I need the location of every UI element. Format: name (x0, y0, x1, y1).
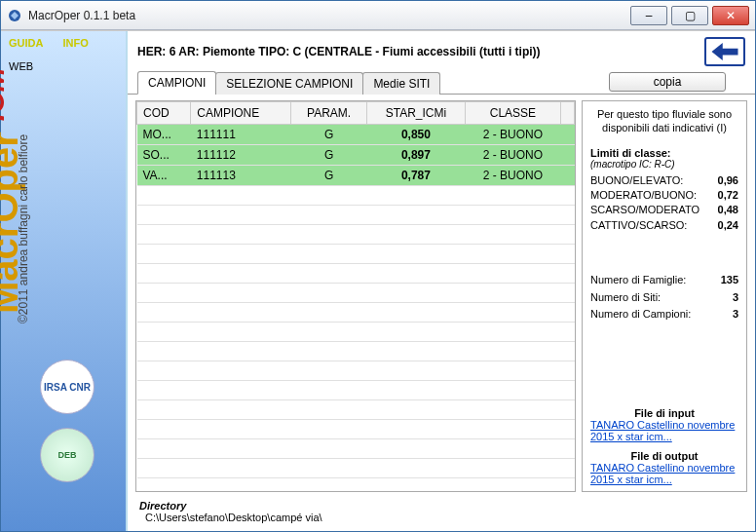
file-output-link[interactable]: TANARO Castellino novembre 2015 x star i… (590, 462, 738, 485)
table-row-empty (137, 186, 575, 206)
data-table-wrap: COD CAMPIONE PARAM. STAR_ICMi CLASSE MO.… (135, 100, 576, 492)
stat-row: Numero di Siti:3 (590, 289, 738, 307)
footer: Directory C:\Users\stefano\Desktop\campé… (128, 496, 755, 531)
cell-param: G (291, 166, 367, 186)
col-classe[interactable]: CLASSE (465, 102, 560, 125)
cell-cod: SO... (137, 145, 191, 166)
limit-value: 0,24 (718, 218, 738, 233)
cell-cod: VA... (137, 166, 191, 186)
table-row-empty (137, 206, 575, 225)
table-row-empty (137, 420, 575, 439)
limit-row: SCARSO/MODERATO0,48 (590, 203, 738, 217)
limit-label: MODERATO/BUONO: (590, 188, 697, 203)
stat-label: Numero di Famiglie: (590, 272, 686, 289)
tab-selezione[interactable]: SELEZIONE CAMPIONI (215, 72, 363, 95)
titlebar: MacrOper 0.1.1 beta – ▢ ✕ (1, 1, 755, 30)
table-row[interactable]: SO... 111112 G 0,897 2 - BUONO (137, 145, 575, 166)
stat-value: 3 (733, 306, 738, 323)
window-controls: – ▢ ✕ (630, 6, 749, 25)
limit-value: 0,96 (718, 173, 738, 188)
table-row-empty (137, 284, 575, 303)
limit-label: BUONO/ELEVATO: (590, 173, 683, 188)
stat-value: 3 (733, 289, 738, 307)
minimize-button[interactable]: – (630, 6, 667, 25)
close-button[interactable]: ✕ (712, 6, 749, 25)
limit-value: 0,48 (718, 203, 738, 217)
limits-title: Limiti di classe: (590, 147, 738, 159)
stat-row: Numero di Famiglie:135 (590, 272, 738, 289)
cell-param: G (291, 145, 367, 166)
stat-label: Numero di Campioni: (590, 306, 691, 323)
irsa-badge: IRSA CNR (40, 360, 94, 414)
col-param[interactable]: PARAM. (291, 102, 367, 125)
file-input-label: File di input (590, 407, 738, 419)
directory-label: Directory (139, 500, 186, 512)
limit-row: MODERATO/BUONO:0,72 (590, 188, 738, 203)
table-header-row: COD CAMPIONE PARAM. STAR_ICMi CLASSE (137, 102, 575, 125)
stat-row: Numero di Campioni:3 (590, 306, 738, 323)
table-row[interactable]: VA... 111113 G 0,787 2 - BUONO (137, 166, 575, 186)
cell-campione: 111111 (191, 125, 291, 145)
sidebar: GUIDA INFO WEB MacrOper ICM ©2011 andrea… (1, 31, 128, 531)
file-output-label: File di output (590, 450, 738, 462)
table-row-empty (137, 459, 575, 478)
app-body: GUIDA INFO WEB MacrOper ICM ©2011 andrea… (1, 30, 755, 531)
info-link[interactable]: INFO (62, 37, 88, 49)
file-input-link[interactable]: TANARO Castellino novembre 2015 x star i… (590, 419, 738, 442)
col-campione[interactable]: CAMPIONE (191, 102, 291, 125)
cell-classe: 2 - BUONO (465, 125, 560, 145)
table-row-empty (137, 264, 575, 284)
table-row-empty (137, 323, 575, 342)
table-row-empty (137, 342, 575, 361)
limit-label: CATTIVO/SCARSO: (590, 218, 687, 233)
back-button[interactable] (704, 37, 745, 66)
tab-medie[interactable]: Medie SITI (362, 72, 440, 95)
stat-label: Numero di Siti: (590, 289, 661, 307)
sidebar-top-links: GUIDA INFO (1, 31, 126, 55)
content-area: COD CAMPIONE PARAM. STAR_ICMi CLASSE MO.… (128, 95, 755, 496)
info-panel: Per questo tipo fluviale sono disponibil… (582, 100, 747, 492)
table-row-empty (137, 361, 575, 381)
col-cod[interactable]: COD (137, 102, 191, 125)
table-row-empty (137, 381, 575, 400)
arrow-left-icon (711, 43, 738, 60)
info-note: Per questo tipo fluviale sono disponibil… (590, 107, 738, 135)
header-text: HER: 6 AR: Piemonte TIPO: C (CENTRALE - … (137, 45, 695, 58)
app-window: MacrOper 0.1.1 beta – ▢ ✕ GUIDA INFO WEB… (0, 0, 756, 532)
app-icon (7, 8, 22, 23)
limit-row: BUONO/ELEVATO:0,96 (590, 173, 738, 188)
directory-path: C:\Users\stefano\Desktop\campé via\ (139, 512, 322, 523)
cell-campione: 111113 (191, 166, 291, 186)
cell-spacer (561, 145, 575, 166)
cell-classe: 2 - BUONO (465, 166, 560, 186)
window-title: MacrOper 0.1.1 beta (28, 9, 630, 22)
cell-star: 0,850 (366, 125, 465, 145)
data-table: COD CAMPIONE PARAM. STAR_ICMi CLASSE MO.… (136, 101, 575, 478)
copyright-text: ©2011 andrea buffagni carlo belfiore (17, 134, 30, 323)
table-row-empty (137, 439, 575, 459)
limit-row: CATTIVO/SCARSO:0,24 (590, 218, 738, 233)
cell-cod: MO... (137, 125, 191, 145)
tab-bar: CAMPIONI SELEZIONE CAMPIONI Medie SITI c… (128, 70, 755, 95)
col-star[interactable]: STAR_ICMi (366, 102, 465, 125)
cell-star: 0,897 (366, 145, 465, 166)
cell-spacer (561, 166, 575, 186)
table-row[interactable]: MO... 111111 G 0,850 2 - BUONO (137, 125, 575, 145)
copy-button[interactable]: copia (609, 72, 726, 92)
cell-star: 0,787 (366, 166, 465, 186)
cell-classe: 2 - BUONO (465, 145, 560, 166)
table-row-empty (137, 245, 575, 264)
guida-link[interactable]: GUIDA (9, 37, 43, 49)
maximize-button[interactable]: ▢ (671, 6, 708, 25)
table-row-empty (137, 400, 575, 420)
stat-value: 135 (721, 272, 738, 289)
header-row: HER: 6 AR: Piemonte TIPO: C (CENTRALE - … (128, 31, 755, 70)
col-spacer (561, 102, 575, 125)
main-panel: HER: 6 AR: Piemonte TIPO: C (CENTRALE - … (128, 31, 755, 531)
cell-campione: 111112 (191, 145, 291, 166)
limit-value: 0,72 (718, 188, 738, 203)
tab-campioni[interactable]: CAMPIONI (137, 71, 216, 95)
table-row-empty (137, 303, 575, 323)
cell-param: G (291, 125, 367, 145)
table-row-empty (137, 225, 575, 245)
